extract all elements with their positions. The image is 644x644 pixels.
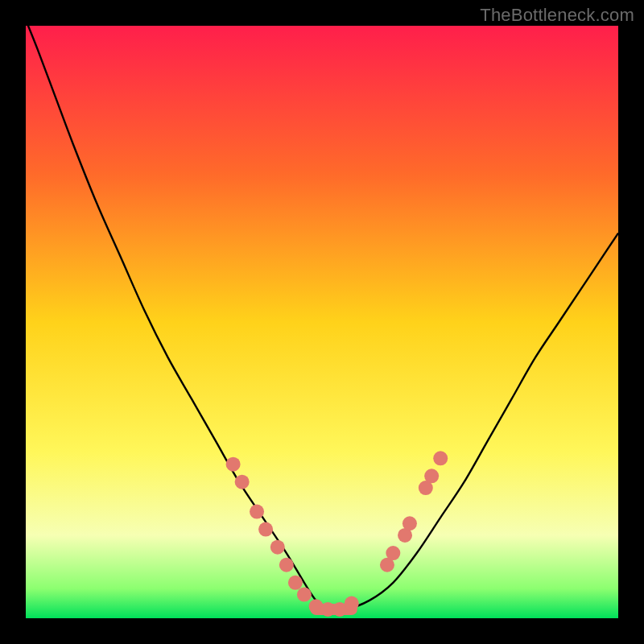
highlight-point — [433, 451, 448, 465]
highlight-point — [279, 558, 294, 572]
highlight-point — [386, 546, 400, 560]
highlight-point — [226, 457, 241, 472]
chart-frame — [26, 26, 618, 618]
watermark-text: TheBottleneck.com — [480, 5, 634, 26]
highlight-point — [424, 469, 439, 483]
highlight-point — [258, 522, 273, 537]
highlight-point — [250, 505, 264, 519]
highlight-point — [235, 475, 250, 489]
highlight-point — [345, 597, 359, 611]
chart-svg — [26, 26, 618, 618]
highlight-point — [288, 576, 303, 590]
chart-background — [26, 26, 618, 618]
highlight-point — [270, 540, 285, 555]
highlight-point — [402, 516, 417, 530]
highlight-point — [297, 588, 312, 602]
